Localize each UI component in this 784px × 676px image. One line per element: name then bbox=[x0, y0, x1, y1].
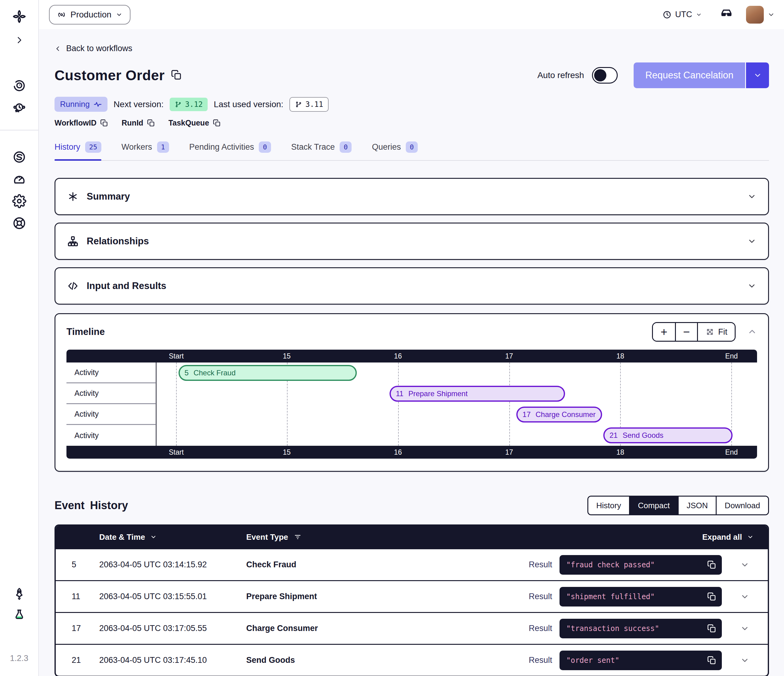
labs-nav-icon[interactable] bbox=[12, 608, 26, 622]
tab-workers[interactable]: Workers1 bbox=[121, 141, 169, 160]
git-branch-icon bbox=[295, 101, 302, 108]
event-row[interactable]: 172063-04-05 UTC 03:17:05.55Charge Consu… bbox=[56, 612, 768, 644]
tab-count-badge: 25 bbox=[85, 141, 101, 153]
tab-pending-activities[interactable]: Pending Activities0 bbox=[189, 141, 271, 160]
timeline-row-labels: ActivityActivityActivityActivity bbox=[67, 362, 157, 446]
last-version-value: 3.11 bbox=[305, 100, 323, 109]
cloud-nav-icon[interactable] bbox=[12, 150, 26, 164]
tab-stack-trace[interactable]: Stack Trace0 bbox=[291, 141, 352, 160]
getting-started-nav-icon[interactable] bbox=[12, 587, 26, 600]
event-type: Charge Consumer bbox=[246, 624, 529, 633]
zoom-out-button[interactable]: − bbox=[675, 323, 697, 341]
sidebar-expand-button[interactable] bbox=[15, 36, 24, 45]
chevron-down-icon[interactable] bbox=[747, 281, 756, 291]
bar-event-id: 11 bbox=[396, 389, 403, 398]
copy-taskqueue-button[interactable]: TaskQueue bbox=[168, 118, 221, 127]
section-title: Input and Results bbox=[87, 280, 166, 291]
timeline-collapse-button[interactable] bbox=[747, 327, 757, 337]
next-version-value: 3.12 bbox=[185, 100, 203, 109]
timeline-bar-prepare-shipment[interactable]: 11Prepare Shipment bbox=[390, 386, 565, 402]
tab-count-badge: 0 bbox=[259, 141, 271, 153]
next-version-label: Next version: bbox=[114, 99, 163, 109]
event-row[interactable]: 212063-04-05 UTC 03:17:45.10Send GoodsRe… bbox=[56, 644, 768, 676]
table-header: Date & Time Event Type Expand all bbox=[56, 526, 768, 549]
copy-icon[interactable] bbox=[707, 656, 716, 665]
copy-title-button[interactable] bbox=[171, 70, 182, 81]
scale-label: Start bbox=[169, 352, 184, 361]
result-chip: "transaction success" bbox=[560, 619, 722, 638]
support-nav-icon[interactable] bbox=[12, 216, 26, 230]
namespace-switcher[interactable]: Production bbox=[49, 5, 131, 25]
event-type: Prepare Shipment bbox=[246, 592, 529, 601]
gridline bbox=[398, 362, 399, 446]
schedules-nav-icon[interactable] bbox=[12, 100, 26, 115]
expand-row-chevron[interactable] bbox=[722, 560, 768, 569]
scale-label: 17 bbox=[505, 352, 513, 361]
scale-label: 18 bbox=[616, 448, 624, 457]
chevron-down-icon[interactable] bbox=[747, 237, 756, 246]
timeline-panel: Timeline + − Fit Start15161718End Activi… bbox=[54, 313, 769, 472]
event-timestamp: 2063-04-05 UTC 03:17:05.55 bbox=[99, 624, 246, 633]
temporal-logo-icon[interactable] bbox=[12, 9, 26, 24]
auto-refresh-toggle[interactable] bbox=[592, 67, 618, 84]
event-row[interactable]: 112063-04-05 UTC 03:15:55.01Prepare Ship… bbox=[56, 580, 768, 612]
expand-row-chevron[interactable] bbox=[722, 624, 768, 633]
workflow-tabs: History25Workers1Pending Activities0Stac… bbox=[54, 141, 769, 161]
cancel-menu-chevron[interactable] bbox=[745, 62, 769, 88]
account-menu-chevron[interactable] bbox=[767, 11, 775, 19]
scale-label: 16 bbox=[394, 352, 402, 361]
workflows-nav-icon[interactable] bbox=[12, 78, 26, 92]
copy-icon[interactable] bbox=[707, 592, 716, 601]
section-relationships[interactable]: Relationships bbox=[54, 222, 769, 260]
date-time-column-header[interactable]: Date & Time bbox=[99, 532, 246, 542]
app-version: 1.2.3 bbox=[10, 654, 28, 663]
settings-nav-icon[interactable] bbox=[12, 194, 26, 208]
event-timestamp: 2063-04-05 UTC 03:17:45.10 bbox=[99, 656, 246, 665]
section-summary[interactable]: Summary bbox=[54, 178, 769, 215]
request-cancelation-button[interactable]: Request Cancelation bbox=[634, 62, 769, 88]
copy-icon[interactable] bbox=[707, 624, 716, 633]
section-input-and-results[interactable]: Input and Results bbox=[54, 267, 769, 305]
view-mode-history[interactable]: History bbox=[588, 497, 629, 514]
copy-runid-button[interactable]: RunId bbox=[121, 118, 155, 127]
gridline bbox=[509, 362, 510, 446]
status-badge: Running bbox=[54, 97, 107, 112]
chevron-down-icon bbox=[740, 656, 750, 665]
avatar[interactable] bbox=[746, 6, 764, 23]
expand-row-chevron[interactable] bbox=[722, 592, 768, 601]
usage-nav-icon[interactable] bbox=[12, 172, 26, 186]
copy-workflowid-button[interactable]: WorkflowID bbox=[54, 118, 108, 127]
timeline-scale-bottom: Start15161718End bbox=[67, 446, 757, 458]
timeline-bar-charge-consumer[interactable]: 17Charge Consumer bbox=[516, 407, 602, 423]
event-id: 11 bbox=[72, 592, 99, 601]
timeline-bar-check-fraud[interactable]: 5Check Fraud bbox=[179, 365, 357, 381]
scale-label: 15 bbox=[283, 448, 291, 457]
view-mode-download[interactable]: Download bbox=[716, 497, 768, 514]
result-chip: "fraud check passed" bbox=[560, 555, 722, 575]
timeline-row-label: Activity bbox=[67, 362, 156, 383]
event-row[interactable]: 52063-04-05 UTC 03:14:15.92Check FraudRe… bbox=[56, 549, 768, 580]
labs-glasses-button[interactable] bbox=[720, 7, 733, 22]
copy-icon bbox=[100, 119, 108, 127]
git-branch-icon bbox=[174, 101, 182, 108]
view-mode-json[interactable]: JSON bbox=[678, 497, 716, 514]
timeline-chart: Start15161718End ActivityActivityActivit… bbox=[67, 350, 757, 458]
chevron-down-icon[interactable] bbox=[747, 192, 756, 201]
top-bar: Production UTC bbox=[39, 0, 784, 29]
expand-all-button[interactable]: Expand all bbox=[702, 532, 754, 542]
event-type-column-header[interactable]: Event Type bbox=[246, 532, 702, 542]
copy-icon bbox=[147, 119, 155, 127]
timeline-bar-send-goods[interactable]: 21Send Goods bbox=[603, 427, 732, 443]
tab-queries[interactable]: Queries0 bbox=[372, 141, 418, 160]
expand-row-chevron[interactable] bbox=[722, 656, 768, 665]
scale-label: 15 bbox=[283, 352, 291, 361]
zoom-in-button[interactable]: + bbox=[653, 323, 675, 341]
asterisk-icon bbox=[67, 191, 79, 202]
fit-button[interactable]: Fit bbox=[697, 323, 735, 341]
copy-icon[interactable] bbox=[707, 560, 716, 569]
view-mode-compact[interactable]: Compact bbox=[629, 497, 678, 514]
back-link[interactable]: Back to workflows bbox=[54, 44, 132, 53]
tab-history[interactable]: History25 bbox=[54, 141, 101, 160]
timezone-selector[interactable]: UTC bbox=[663, 10, 702, 19]
filter-icon bbox=[294, 533, 302, 541]
